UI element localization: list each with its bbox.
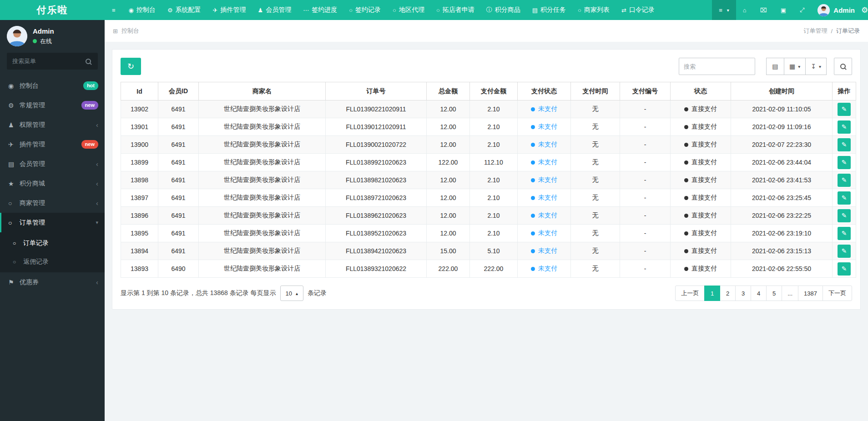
column-header[interactable]: 商家名	[199, 82, 326, 100]
topnav-item-console[interactable]: ◉控制台	[123, 0, 161, 20]
column-header[interactable]: 支付时间	[571, 82, 620, 100]
edit-button[interactable]: ✎	[838, 191, 851, 205]
sidebar-search-input[interactable]	[7, 53, 98, 70]
edit-button[interactable]: ✎	[838, 156, 851, 169]
topnav-item-label: 签约进度	[312, 6, 337, 14]
edit-button[interactable]: ✎	[838, 209, 851, 222]
column-header[interactable]: 订单号	[326, 82, 427, 100]
cell-merchant: 世纪陆壹捌美妆形象设计店	[199, 260, 326, 278]
breadcrumb-parent[interactable]: 订单管理	[803, 27, 827, 35]
sidebar-item-member-manage[interactable]: ▤会员管理‹	[0, 154, 105, 174]
edit-button[interactable]: ✎	[838, 174, 851, 187]
cell-member-id: 6491	[158, 171, 199, 189]
prev-page-button[interactable]: 上一页	[675, 286, 705, 301]
breadcrumb-right: 订单管理 / 订单记录	[803, 27, 860, 35]
column-header[interactable]: 支付金额	[470, 82, 518, 100]
page-ellipsis[interactable]: ...	[782, 286, 798, 301]
sidebar-item-points-mall[interactable]: ★积分商城‹	[0, 174, 105, 193]
column-header[interactable]: 支付编号	[620, 82, 671, 100]
sidebar-item-coupon[interactable]: ⚑优惠券‹	[0, 272, 105, 292]
next-page-button[interactable]: 下一页	[823, 286, 852, 301]
paging-switch-button[interactable]: ▤	[766, 58, 784, 75]
fullscreen-button[interactable]: ⤢	[793, 0, 811, 20]
page-size-dropdown[interactable]: 10 ▴	[280, 286, 304, 301]
badge-new: new	[81, 101, 98, 109]
chevron-down-icon: ▾	[96, 220, 98, 226]
sidebar-item-order-records[interactable]: ○订单记录	[0, 234, 105, 252]
caret-up-icon: ▴	[296, 291, 298, 296]
topnav-item-region-agent[interactable]: ○地区代理	[387, 0, 430, 20]
sidebar-item-general-manage[interactable]: ⚙常规管理new	[0, 95, 105, 115]
cell-order-no: FLL01390021020722	[326, 136, 427, 154]
search-icon	[85, 58, 92, 65]
pencil-icon: ✎	[842, 266, 847, 272]
shop-button[interactable]: ▣	[774, 0, 793, 20]
refresh-button[interactable]: ↻	[121, 58, 141, 75]
cell-pay-no: -	[620, 225, 671, 242]
edit-button[interactable]: ✎	[838, 120, 851, 134]
column-header[interactable]: 总金额	[427, 82, 470, 100]
cell-created: 2021-02-06 23:41:53	[731, 171, 833, 189]
column-header[interactable]: Id	[121, 82, 158, 100]
topnav-item-plugin-manage[interactable]: ✈插件管理	[207, 0, 252, 20]
column-header[interactable]: 操作	[833, 82, 856, 100]
cell-merchant: 世纪陆壹捌美妆形象设计店	[199, 100, 326, 118]
cell-order-no: FLL01389321020622	[326, 260, 427, 278]
cell-id: 13898	[121, 171, 158, 189]
table-search-input[interactable]	[679, 58, 755, 75]
topnav-item-label: 系统配置	[176, 6, 201, 14]
column-header[interactable]: 状态	[671, 82, 731, 100]
sidebar-item-label: 权限管理	[20, 121, 96, 129]
edit-button[interactable]: ✎	[838, 262, 851, 276]
topnav-item-merchant-list[interactable]: ○商家列表	[572, 0, 616, 20]
topnav-item-points-goods[interactable]: ⓘ积分商品	[480, 0, 526, 20]
edit-button[interactable]: ✎	[838, 227, 851, 240]
search-button[interactable]	[834, 58, 852, 75]
cell-member-id: 6491	[158, 207, 199, 225]
users-icon: ♟	[8, 121, 20, 129]
columns-button[interactable]: ▦▾	[784, 58, 806, 75]
edit-button[interactable]: ✎	[838, 103, 851, 116]
status-dot-icon	[684, 107, 688, 111]
topnav-item-points-tasks[interactable]: ▤积分任务	[526, 0, 572, 20]
column-header[interactable]: 创建时间	[731, 82, 833, 100]
cell-paid: 2.10	[470, 225, 518, 242]
edit-button[interactable]: ✎	[838, 245, 851, 258]
export-button[interactable]: ↧▾	[805, 58, 827, 75]
style-switch-button[interactable]: ≡▾	[712, 0, 736, 20]
clear-cache-button[interactable]: ⌧	[753, 0, 774, 20]
page-button-4[interactable]: 4	[751, 286, 767, 301]
topnav-item-label: 会员管理	[266, 6, 291, 14]
page-button-2[interactable]: 2	[720, 286, 736, 301]
column-header[interactable]: 会员ID	[158, 82, 199, 100]
sidebar-item-addon-manage[interactable]: ✈插件管理new	[0, 135, 105, 154]
cell-total: 12.00	[427, 225, 470, 242]
sidebar-item-auth-manage[interactable]: ♟权限管理‹	[0, 115, 105, 135]
cell-id: 13902	[121, 100, 158, 118]
sidebar-item-rebate-records[interactable]: ○返佣记录	[0, 252, 105, 271]
cell-actions: ✎	[833, 242, 856, 260]
page-button-1[interactable]: 1	[704, 286, 720, 301]
status-dot-icon	[684, 160, 688, 165]
chevron-left-icon: ‹	[96, 278, 98, 286]
sidebar-toggle-button[interactable]: ≡	[105, 0, 123, 20]
sidebar-item-order-manage[interactable]: ○订单管理▾	[0, 213, 105, 232]
topnav-item-label: 口令记录	[629, 6, 655, 14]
topnav-item-sign-records[interactable]: ○签约记录	[343, 0, 387, 20]
topnav-item-store-apply[interactable]: ○拓店者申请	[430, 0, 480, 20]
sidebar-item-merchant-manage[interactable]: ○商家管理‹	[0, 193, 105, 213]
topnav-item-system-config[interactable]: ⚙系统配置	[161, 0, 207, 20]
page-button-3[interactable]: 3	[735, 286, 751, 301]
topnav-item-token-records[interactable]: ⇄口令记录	[616, 0, 661, 20]
page-button-1387[interactable]: 1387	[798, 286, 823, 301]
gear-icon[interactable]: ⚙	[861, 0, 868, 20]
topnav-item-member-manage[interactable]: ♟会员管理	[252, 0, 298, 20]
table-toolbar: ↻ ▤ ▦▾ ↧▾	[121, 58, 852, 75]
column-header[interactable]: 支付状态	[518, 82, 571, 100]
sidebar-item-console[interactable]: ◉控制台hot	[0, 76, 105, 95]
topnav-item-sign-progress[interactable]: ⋯签约进度	[297, 0, 343, 20]
home-button[interactable]: ⌂	[736, 0, 753, 20]
edit-button[interactable]: ✎	[838, 138, 851, 151]
topnav-user[interactable]: Admin	[811, 0, 861, 20]
page-button-5[interactable]: 5	[766, 286, 782, 301]
